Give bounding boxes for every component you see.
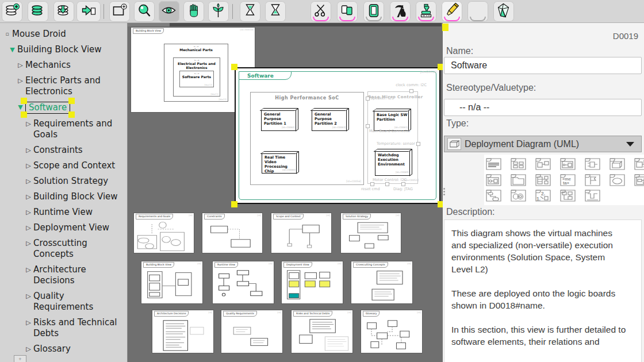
diagram-thumbnail-risks-and-technical-debts[interactable]: Risks and Technical Debts[id] bbox=[292, 310, 352, 353]
numbered-list-type-icon[interactable]: 1.2. bbox=[535, 190, 551, 202]
box-ports-type-icon[interactable] bbox=[634, 158, 644, 170]
diagram-thumbnail-scope-and-context[interactable]: Scope and Context[id] bbox=[271, 213, 331, 253]
expand-arrow-icon[interactable]: ▷ bbox=[25, 191, 32, 202]
selection-handle[interactable] bbox=[231, 201, 237, 207]
port-motor[interactable] bbox=[385, 182, 389, 186]
tree-item-mechanics[interactable]: ▷Mechanics bbox=[0, 60, 127, 71]
port-reset[interactable] bbox=[370, 182, 374, 186]
port-clock[interactable] bbox=[409, 89, 413, 93]
tree-item-glossary[interactable]: ▷Glossary bbox=[0, 344, 127, 355]
tree-item-runtime-view[interactable]: ▷Runtime View bbox=[0, 207, 127, 218]
camera-circles-type-icon[interactable] bbox=[511, 190, 526, 202]
diagram-canvas[interactable]: Building Block View [id=D0018] «...» Mec… bbox=[128, 23, 443, 362]
package-folder-type-icon[interactable] bbox=[511, 174, 526, 186]
meta-stereotype-type-icon[interactable]: «meta» bbox=[560, 174, 576, 186]
port-temperature[interactable] bbox=[416, 142, 420, 146]
cut-scissors-button[interactable] bbox=[310, 1, 331, 22]
expand-arrow-icon[interactable]: ▷ bbox=[25, 176, 32, 187]
expand-arrow-icon[interactable]: ▷ bbox=[25, 344, 32, 355]
port-diag[interactable] bbox=[401, 182, 405, 186]
new-diagram-button[interactable] bbox=[109, 1, 130, 22]
collapse-arrow-icon[interactable]: ▼ bbox=[9, 44, 16, 55]
tree-item-scope-and-context[interactable]: ▷Scope and Context bbox=[0, 160, 127, 171]
node-base-logic-sw-partition[interactable]: Base Logic SW Partition [id=C0061] bbox=[374, 110, 409, 131]
node-3d-type-icon[interactable] bbox=[610, 158, 625, 170]
horizontal-scrollbar[interactable] bbox=[128, 23, 443, 26]
tree-item-architecture-decisions[interactable]: ▷Architecture Decisions bbox=[0, 264, 127, 286]
redo-hourglass-button[interactable] bbox=[265, 1, 286, 22]
expand-arrow-icon[interactable]: ▷ bbox=[25, 145, 32, 156]
expand-arrow-icon[interactable]: ▷ bbox=[25, 317, 32, 328]
expand-arrow-icon[interactable]: ▷ bbox=[25, 207, 32, 218]
expand-arrow-icon[interactable]: ▷ bbox=[25, 238, 32, 249]
selection-handle[interactable] bbox=[68, 111, 75, 118]
database-button[interactable] bbox=[28, 1, 48, 22]
expand-arrow-icon[interactable]: ▷ bbox=[25, 118, 32, 129]
diagram-thumbnail-deployment-view[interactable]: Deployment View[id] bbox=[282, 261, 343, 303]
import-database-button[interactable] bbox=[53, 1, 74, 22]
expand-arrow-icon[interactable]: ▷ bbox=[25, 160, 32, 171]
text-lines-type-icon[interactable] bbox=[486, 158, 501, 170]
selection-handle[interactable] bbox=[21, 111, 27, 118]
port-speaker[interactable] bbox=[366, 97, 370, 101]
node-real-time-video-processing-chip[interactable]: Real Time Video Processing Chip [id=C006… bbox=[262, 153, 297, 174]
diagram-thumbnail-quality-requirements[interactable]: Quality Requirements[id] bbox=[221, 310, 282, 353]
tree-item-building-block-view[interactable]: ▷Building Block View bbox=[0, 191, 127, 202]
delete-reaper-button[interactable] bbox=[390, 1, 411, 22]
selection-handle[interactable] bbox=[442, 24, 448, 31]
tree-item-electric-parts-and-electronics[interactable]: ▷Electric Parts and Electronics bbox=[0, 75, 127, 97]
selection-handle[interactable] bbox=[21, 98, 27, 104]
tree-boxes-type-icon[interactable] bbox=[560, 190, 576, 202]
view-eye-button[interactable] bbox=[159, 1, 179, 22]
frame-circle-box-type-icon[interactable] bbox=[486, 174, 501, 186]
new-database-button[interactable] bbox=[2, 1, 22, 22]
timing-step-type-icon[interactable] bbox=[585, 190, 600, 202]
node-watchdog-execution-environment[interactable]: Watchdog Execution Environment [id=C0065… bbox=[375, 151, 411, 176]
tree-item-mouse-droid[interactable]: ▫Mouse Droid bbox=[0, 29, 127, 40]
logic-gate-type-icon[interactable] bbox=[585, 158, 600, 170]
tree-item-software[interactable]: ▼Software bbox=[0, 102, 127, 114]
flag-type-icon[interactable] bbox=[585, 174, 600, 186]
node-general-purpose-partition-2[interactable]: General Purpose Partition 2 [id=C0063] bbox=[312, 110, 347, 131]
expand-arrow-icon[interactable]: ▷ bbox=[25, 264, 32, 275]
diagram-thumbnail-crosscutting-concepts[interactable]: Crosscutting Concepts[id] bbox=[351, 261, 412, 303]
stack-tree-type-icon[interactable] bbox=[535, 174, 551, 186]
gem-button[interactable] bbox=[493, 1, 514, 22]
node-general-purpose-partition-1[interactable]: General Purpose Partition 1 [id=C0062] bbox=[261, 110, 297, 131]
selection-handle[interactable] bbox=[438, 201, 443, 207]
tree-item-risks-and-technical-debts[interactable]: ▷Risks and Technical Debts bbox=[0, 317, 127, 339]
stamp-button[interactable] bbox=[416, 1, 436, 22]
tree-item-building-block-view[interactable]: ▼Building Block View bbox=[0, 44, 127, 55]
pan-hand-button[interactable] bbox=[183, 1, 204, 22]
description-textarea[interactable]: This diagram shows the virtual machines … bbox=[444, 219, 642, 362]
export-button[interactable] bbox=[76, 1, 101, 22]
type-dropdown[interactable]: Deployment Diagram (UML) bbox=[444, 136, 642, 152]
diagram-thumbnail-architecture-decisions[interactable]: Architecture Decisions[id] bbox=[152, 310, 213, 353]
ellipse-type-icon[interactable] bbox=[610, 174, 625, 186]
diagram-thumbnail-constraints[interactable]: Constraints[id] bbox=[202, 213, 262, 253]
expand-arrow-icon[interactable]: ▷ bbox=[25, 291, 32, 302]
grow-plant-button[interactable] bbox=[208, 1, 229, 22]
scrollbar-thumb[interactable] bbox=[170, 23, 442, 26]
tree-item-requirements-and-goals[interactable]: ▷Requirements and Goals bbox=[0, 118, 127, 140]
diagram-thumbnail-glossary[interactable]: Glossary[id] bbox=[361, 310, 422, 353]
panel-resize-handle[interactable] bbox=[443, 188, 446, 197]
tree-item-constraints[interactable]: ▷Constraints bbox=[0, 145, 127, 156]
selection-handle[interactable] bbox=[231, 64, 237, 70]
stereotype-input[interactable]: -- n/a -- bbox=[444, 99, 642, 116]
undo-hourglass-button[interactable] bbox=[240, 1, 260, 22]
diagram-thumbnail-runtime-view[interactable]: Runtime View[id] bbox=[213, 261, 274, 303]
expand-arrow-icon[interactable]: ▷ bbox=[25, 222, 32, 233]
copy-pages-button[interactable] bbox=[337, 1, 358, 22]
expand-arrow-icon[interactable]: ▷ bbox=[17, 75, 24, 86]
zoom-button[interactable] bbox=[134, 1, 155, 22]
tree-item-deployment-view[interactable]: ▷Deployment View bbox=[0, 222, 127, 233]
group-high-performance-soc[interactable]: High Performance SoC [id=C0056] General … bbox=[250, 92, 364, 185]
selected-diagram-software[interactable]: Software [id=D0019] High Performance SoC… bbox=[235, 67, 440, 204]
frame-arrow-box-type-icon[interactable] bbox=[560, 158, 576, 170]
diagram-thumbnail-solution-strategy[interactable]: Solution Strategy[id] bbox=[341, 213, 401, 253]
tree-item-solution-strategy[interactable]: ▷Solution Strategy bbox=[0, 176, 127, 187]
tree-item-quality-requirements[interactable]: ▷Quality Requirements bbox=[0, 291, 127, 313]
diagram-thumbnail-requirements-and-goals[interactable]: Requirements and Goals[id] bbox=[134, 213, 194, 253]
name-input[interactable]: Software bbox=[444, 57, 642, 74]
